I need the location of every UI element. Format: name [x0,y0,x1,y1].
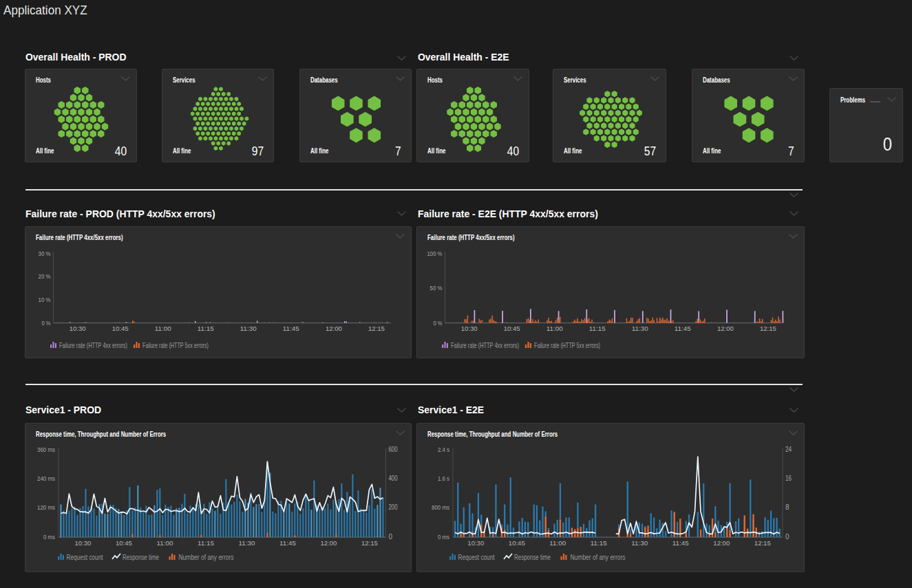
svg-text:Failure rate (HTTP 5xx errors): Failure rate (HTTP 5xx errors) [534,341,600,349]
svg-text:11:30: 11:30 [240,325,257,332]
svg-text:11:30: 11:30 [632,325,648,332]
svg-text:11:15: 11:15 [198,539,214,547]
svg-text:Number of any errors: Number of any errors [571,553,626,561]
svg-text:11:15: 11:15 [589,325,606,332]
svg-text:11:30: 11:30 [631,539,648,547]
svg-text:10:30: 10:30 [74,539,91,547]
svg-text:12:00: 12:00 [713,539,730,547]
svg-text:12:00: 12:00 [320,539,337,547]
svg-text:0: 0 [389,533,393,541]
svg-text:0 ms: 0 ms [43,533,55,541]
svg-text:360 ms: 360 ms [37,446,55,453]
svg-text:Failure rate (HTTP 4xx errors): Failure rate (HTTP 4xx errors) [59,341,127,349]
svg-text:400: 400 [389,475,398,482]
svg-text:800 ms: 800 ms [432,503,449,511]
svg-text:120 ms: 120 ms [37,503,55,511]
svg-text:11:15: 11:15 [198,325,214,332]
svg-text:2.4 s: 2.4 s [438,446,449,453]
svg-text:0 ms: 0 ms [438,533,449,541]
svg-text:11:15: 11:15 [591,539,607,547]
svg-text:10:45: 10:45 [509,539,525,547]
svg-text:10 %: 10 % [39,296,51,303]
svg-text:600: 600 [389,446,398,453]
svg-text:10:45: 10:45 [504,325,520,332]
svg-text:11:00: 11:00 [547,325,563,332]
svg-text:10:30: 10:30 [461,325,478,332]
svg-text:12:00: 12:00 [717,325,734,332]
svg-text:11:45: 11:45 [283,325,299,332]
svg-text:12:00: 12:00 [326,325,342,332]
svg-text:12:15: 12:15 [754,539,771,547]
svg-text:240 ms: 240 ms [37,475,55,482]
svg-text:10:45: 10:45 [112,325,129,332]
svg-text:8: 8 [785,503,789,511]
svg-text:12:15: 12:15 [368,325,385,332]
svg-text:Response time: Response time [514,553,551,561]
svg-text:0 %: 0 % [42,319,51,327]
svg-text:30 %: 30 % [39,250,51,257]
svg-text:11:30: 11:30 [238,539,255,547]
svg-text:12:15: 12:15 [760,325,776,332]
svg-text:20 %: 20 % [39,272,51,280]
svg-text:Failure rate (HTTP 4xx errors): Failure rate (HTTP 4xx errors) [451,341,519,349]
svg-text:11:00: 11:00 [156,539,173,547]
svg-text:Failure rate (HTTP 5xx errors): Failure rate (HTTP 5xx errors) [142,341,209,349]
svg-text:0: 0 [785,533,789,541]
svg-text:200: 200 [389,503,398,511]
svg-text:10:30: 10:30 [70,325,86,332]
svg-text:11:45: 11:45 [279,539,296,547]
svg-text:0 %: 0 % [434,319,443,327]
svg-text:Request count: Request count [67,553,103,561]
svg-text:100 %: 100 % [427,250,443,257]
svg-text:16: 16 [785,475,792,482]
svg-text:11:00: 11:00 [155,325,171,332]
svg-text:24: 24 [785,446,792,453]
svg-text:10:45: 10:45 [116,539,132,547]
svg-text:50 %: 50 % [430,284,443,292]
svg-text:1.6 s: 1.6 s [438,475,449,482]
svg-text:10:30: 10:30 [467,539,484,547]
svg-text:11:45: 11:45 [675,325,691,332]
svg-text:Request count: Request count [458,553,495,561]
svg-text:11:45: 11:45 [672,539,689,547]
svg-text:11:00: 11:00 [549,539,566,547]
svg-text:Number of any errors: Number of any errors [179,553,234,561]
svg-text:Response time: Response time [123,553,159,561]
svg-text:12:15: 12:15 [361,539,378,547]
